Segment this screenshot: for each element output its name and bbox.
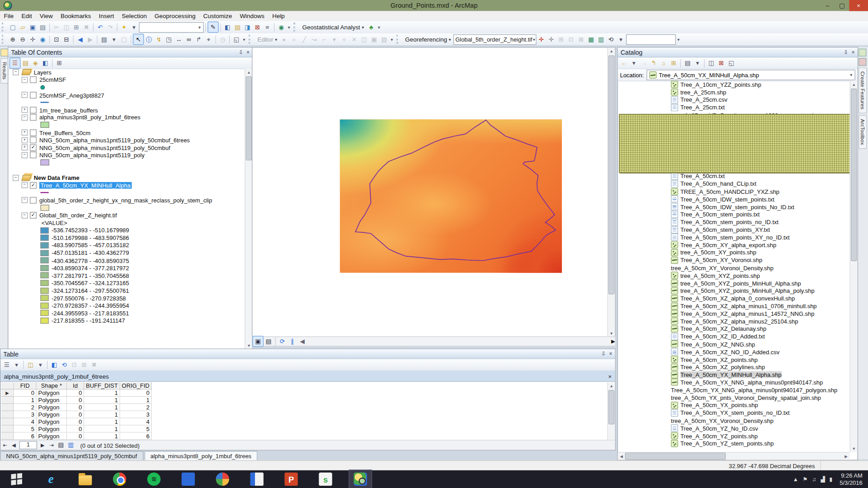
- catalog-file-row[interactable]: Tree_A_50cm_YZ_stem_points.shp: [618, 440, 850, 447]
- toolbar-grip[interactable]: [293, 23, 298, 32]
- file-name[interactable]: Tree_A_25cm.csv: [680, 97, 727, 103]
- file-name[interactable]: tree_A_50cm_XYZ_points.shp: [680, 272, 760, 279]
- file-name[interactable]: Tree_A_50cm_XZ_NO_ID_Added.csv: [680, 348, 779, 355]
- table-cell[interactable]: 1: [84, 389, 120, 397]
- toolbar-overflow-icon[interactable]: ▾: [389, 37, 395, 42]
- menu-view[interactable]: View: [36, 13, 57, 19]
- catalog-file-row[interactable]: Tree_A_25cm.txt: [618, 103, 850, 111]
- catalog-window-icon[interactable]: ◨: [242, 22, 252, 32]
- table-cell[interactable]: 5: [120, 426, 152, 433]
- expand-collapse-icon[interactable]: −: [22, 152, 28, 158]
- file-name[interactable]: Tree_A_50cm_XZ_polylines.shp: [680, 364, 765, 371]
- layer-visibility-checkbox[interactable]: ✓: [30, 182, 37, 188]
- pan-icon[interactable]: ✛: [28, 34, 38, 44]
- effects-icon[interactable]: [859, 58, 866, 66]
- layer-name[interactable]: global_5th_order_z_height_yx_nng_mask_re…: [39, 197, 212, 204]
- catalog-file-row[interactable]: Tree_A_50cm_XZ_alpha_0_convexHull.shp: [618, 295, 850, 302]
- table-row[interactable]: 1Polygon011: [1, 397, 333, 404]
- table-cell[interactable]: Polygon: [37, 389, 67, 397]
- start-button[interactable]: [5, 470, 28, 488]
- toolbar-grip[interactable]: [2, 23, 6, 32]
- rotation-input[interactable]: [626, 34, 675, 44]
- menu-insert[interactable]: Insert: [95, 13, 118, 19]
- image-analysis-icon[interactable]: [859, 49, 866, 56]
- layout-view-icon[interactable]: ▤: [264, 336, 274, 346]
- row-selector[interactable]: [1, 411, 14, 418]
- layer-name[interactable]: NNG_50cm_alpha_minus1pnt5119_poly_50cmbu…: [39, 137, 190, 144]
- identify-icon[interactable]: ⓘ: [144, 34, 154, 44]
- layer-visibility-checkbox[interactable]: [30, 114, 37, 121]
- expand-collapse-icon[interactable]: −: [13, 69, 19, 75]
- back-dropdown-icon[interactable]: ▾: [629, 58, 639, 68]
- toc-layer-row[interactable]: −NNG_50cm_alpha_minus1pnt5119_poly: [8, 151, 245, 159]
- toc-layer-row[interactable]: +Tree_Buffers_50cm: [8, 129, 245, 136]
- scroll-left-icon[interactable]: ◀: [618, 454, 625, 459]
- map-scale-combo[interactable]: ▾: [139, 22, 203, 32]
- toc-layer-row[interactable]: +✓NNG_50cm_alpha_minus1pnt5119_poly_50cm…: [8, 144, 245, 151]
- georeferencing-dropdown-icon[interactable]: ▾: [449, 37, 453, 42]
- find-route-icon[interactable]: ↱: [194, 34, 204, 44]
- battery-icon[interactable]: ▮: [830, 476, 833, 482]
- table-cell[interactable]: Polygon: [37, 418, 67, 426]
- menu-customize[interactable]: Customize: [199, 13, 236, 19]
- catalog-file-row[interactable]: Tree_A_50cm_YX_stem_points_no_ID.txt: [618, 409, 850, 417]
- file-name[interactable]: Tree_A_10cm_YZZ_points.shp: [680, 81, 761, 88]
- layer-visibility-checkbox[interactable]: [30, 129, 37, 136]
- table-cell[interactable]: 0: [67, 411, 84, 418]
- table-cell[interactable]: 0: [67, 397, 84, 404]
- file-name[interactable]: Tree_A_50cm_YX_stem_points_no_ID.txt: [680, 409, 790, 416]
- toc-layer-row[interactable]: −✓Tree_A_50cm_YX_MINHull_Alpha: [8, 182, 245, 189]
- window-icon[interactable]: ◱: [726, 58, 736, 68]
- table-cell[interactable]: 0: [67, 404, 84, 411]
- toolbox-icon[interactable]: ⊠: [716, 58, 726, 68]
- catalog-file-row[interactable]: Tree_A_50cm_XZ_points.shp: [618, 356, 850, 363]
- zoom-in-icon[interactable]: ⊕: [8, 34, 18, 44]
- file-name[interactable]: Tree_A_50cm_YX_NNG_alpha_minus0pnt940147…: [671, 387, 837, 394]
- scroll-right-icon[interactable]: ▶: [611, 338, 615, 344]
- toc-layer-row[interactable]: −25cmMSF_Aneg3pt8827: [8, 91, 245, 99]
- table-scrollbar[interactable]: ▲: [607, 382, 615, 441]
- menu-bookmarks[interactable]: Bookmarks: [57, 13, 95, 19]
- fixed-zoom-in-icon[interactable]: ⊡: [52, 34, 61, 44]
- previous-record-icon[interactable]: ◀: [9, 442, 19, 448]
- file-name[interactable]: Tree_A_50cm.txt: [680, 173, 725, 180]
- maximize-button[interactable]: ▢: [835, 0, 849, 11]
- scroll-left-icon[interactable]: ◀: [297, 336, 307, 346]
- pin-icon[interactable]: ⇩: [601, 351, 606, 357]
- catalog-file-row[interactable]: Tree_A_50cm_YX_points.shp: [618, 401, 850, 409]
- internet-explorer-icon[interactable]: e: [40, 470, 62, 488]
- layer-name[interactable]: Tree_Buffers_50cm: [39, 129, 90, 136]
- toolbar-grip[interactable]: [2, 35, 6, 44]
- measure-icon[interactable]: ↔: [174, 34, 184, 44]
- file-name[interactable]: Tree_A_50cm_XZ_alpha_minus1_0706_minhull…: [680, 303, 817, 310]
- link-table-icon[interactable]: ▥: [596, 34, 606, 44]
- catalog-file-row[interactable]: Tree_A_50cm_stem_points_XY.txt: [618, 226, 850, 234]
- table-cell[interactable]: 0: [67, 433, 84, 440]
- layer-name[interactable]: Tree_A_50cm_YX_MINHull_Alpha: [39, 182, 132, 188]
- layer-visibility-checkbox[interactable]: [30, 107, 37, 113]
- add-data-icon[interactable]: ✦: [119, 22, 129, 32]
- show-all-records-icon[interactable]: ▤: [56, 440, 66, 450]
- table-cell[interactable]: 4: [120, 418, 152, 426]
- layer-name[interactable]: 25cmMSF: [39, 76, 66, 83]
- toc-layer-row[interactable]: −✓Global_5th_order_Z_height.tif: [8, 211, 245, 219]
- attribute-table-tab[interactable]: NNG_50cm_alpha_minus1pnt5119_poly_50cmbu…: [0, 451, 143, 460]
- spotify-icon[interactable]: ≋: [143, 470, 165, 488]
- auto-registration-icon[interactable]: ✛: [546, 34, 556, 44]
- file-explorer-icon[interactable]: [74, 470, 96, 488]
- minimize-button[interactable]: –: [821, 0, 835, 11]
- layer-symbol[interactable]: [40, 102, 48, 103]
- table-cell[interactable]: 0: [120, 389, 152, 397]
- close-icon[interactable]: ×: [246, 49, 250, 55]
- catalog-file-row[interactable]: Tree_A_50cm_XZ_polylines.shp: [618, 363, 850, 371]
- catalog-file-row[interactable]: tree_A_50cm_YX_pnts_Voronoi_Density_spat…: [618, 394, 850, 401]
- taskbar-clock[interactable]: 9:26 AM 5/3/2016: [840, 472, 863, 486]
- row-selector[interactable]: [1, 426, 14, 433]
- file-name[interactable]: TREE_A_50cm_HANDCLIP_YXZ.shp: [680, 188, 779, 195]
- georeferencing-layer-combo[interactable]: Global_5th_order_Z_height.tif▾: [453, 34, 536, 44]
- layer-symbol-row[interactable]: [8, 189, 245, 197]
- layer-name[interactable]: NNG_50cm_alpha_minus1pnt5119_poly: [39, 152, 145, 159]
- highlight-selected-icon[interactable]: ◧: [49, 360, 59, 370]
- file-name[interactable]: Tree_A_50cm_XZ_points.shp: [680, 356, 758, 363]
- table-cell[interactable]: 0: [67, 389, 84, 397]
